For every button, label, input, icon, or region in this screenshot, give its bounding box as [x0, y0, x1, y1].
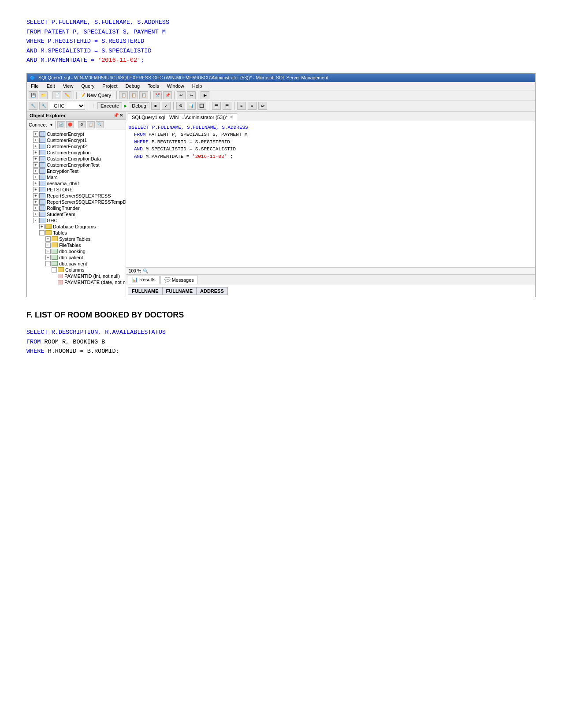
- tree-item-studentteam[interactable]: + StudentTeam: [27, 211, 126, 217]
- tree-item-neshamadb91[interactable]: + neshama_db91: [27, 180, 126, 187]
- toolbar2-btn-10[interactable]: ≡: [237, 102, 246, 110]
- menu-query[interactable]: Query: [80, 83, 96, 89]
- toolbar-btn-9[interactable]: 📌: [163, 91, 172, 99]
- toolbar2-btn-11[interactable]: ≡: [248, 102, 257, 110]
- tree-item-filetables[interactable]: + FileTables: [27, 242, 126, 248]
- oe-btn-4[interactable]: 📋: [87, 121, 95, 128]
- query-editor[interactable]: ⊞SELECT P.FULLNAME, S.FULLNAME, S.ADDRES…: [126, 121, 535, 268]
- oe-btn-1[interactable]: 🔄: [57, 121, 65, 128]
- tree-item-customerencryptiontest[interactable]: + CustomerEncryptionTest: [27, 162, 126, 168]
- tree-item-paymentid[interactable]: PAYMENTID (int, not null): [27, 273, 126, 279]
- oe-close-icon[interactable]: ✕: [119, 113, 123, 118]
- tree-item-reportserver[interactable]: + ReportServer$SQLEXPRESS: [27, 193, 126, 199]
- tree-item-customerencryptiondata[interactable]: + CustomerEncryptionData: [27, 156, 126, 162]
- tree-item-customerencrypt[interactable]: + CustomerEncrypt: [27, 131, 126, 137]
- menu-debug[interactable]: Debug: [124, 83, 141, 89]
- menu-help[interactable]: Help: [191, 83, 204, 89]
- new-query-button[interactable]: 📝 New Query: [76, 92, 114, 99]
- expand-neshamadb91[interactable]: +: [33, 181, 38, 186]
- toolbar-btn-3[interactable]: 📄: [52, 91, 61, 99]
- expand-customerencryptiondata[interactable]: +: [33, 156, 38, 161]
- expand-columns[interactable]: -: [52, 267, 57, 273]
- results-tab-results[interactable]: 📊 Results: [128, 276, 160, 284]
- expand-dbo-payment[interactable]: -: [45, 261, 51, 266]
- oe-pin-icon[interactable]: 📌: [113, 113, 119, 118]
- expand-studentteam[interactable]: +: [33, 212, 38, 217]
- expand-encryptiontest[interactable]: +: [33, 168, 38, 174]
- toolbar2-btn-1[interactable]: 🔧: [29, 102, 37, 110]
- tree-item-customerencryption[interactable]: + CustomerEncryption: [27, 149, 126, 156]
- toolbar-btn-6[interactable]: 📋: [129, 91, 138, 99]
- toolbar-btn-4[interactable]: ✏️: [63, 91, 71, 99]
- tree-item-dbo-patient[interactable]: + dbo.patient: [27, 254, 126, 261]
- toolbar2-btn-8[interactable]: ☰: [212, 102, 221, 110]
- toolbar2-btn-2[interactable]: 🔧: [39, 102, 48, 110]
- expand-petstore[interactable]: +: [33, 187, 38, 192]
- expand-customerencrypt[interactable]: +: [33, 131, 38, 137]
- toolbar-btn-redo[interactable]: ↪: [187, 91, 196, 99]
- menu-file[interactable]: File: [30, 83, 40, 89]
- query-tab-1[interactable]: SQLQuery1.sql - WIN-...\Administrator (5…: [128, 113, 237, 121]
- execute-button[interactable]: Execute: [97, 102, 122, 109]
- menu-view[interactable]: View: [62, 83, 75, 89]
- oe-btn-5[interactable]: 🔍: [96, 121, 104, 128]
- oe-btn-2[interactable]: 🛑: [66, 121, 74, 128]
- tree-item-rollingthunder[interactable]: + RollingThunder: [27, 205, 126, 211]
- expand-customerencrypt2[interactable]: +: [33, 144, 38, 149]
- query-tab-close[interactable]: ✕: [230, 115, 233, 119]
- oe-connect-arrow[interactable]: ▼: [49, 123, 53, 127]
- menu-tools[interactable]: Tools: [146, 83, 160, 89]
- expand-tables[interactable]: -: [39, 230, 45, 235]
- expand-systemtables[interactable]: +: [45, 236, 51, 242]
- expand-reportservertemp[interactable]: +: [33, 199, 38, 205]
- tree-item-encryptiontest[interactable]: + EncryptionTest: [27, 168, 126, 174]
- tree-item-tables[interactable]: - Tables: [27, 230, 126, 236]
- toolbar2-btn-3[interactable]: ■: [151, 102, 160, 110]
- toolbar2-btn-9[interactable]: ☰: [223, 102, 231, 110]
- tree-item-systemtables[interactable]: + System Tables: [27, 236, 126, 242]
- expand-customerencryptiontest[interactable]: +: [33, 162, 38, 168]
- oe-btn-3[interactable]: ⚙: [78, 121, 86, 128]
- expand-reportserver[interactable]: +: [33, 193, 38, 198]
- expand-marc[interactable]: +: [33, 175, 38, 180]
- menu-window[interactable]: Window: [166, 83, 186, 89]
- toolbar-btn-7[interactable]: 📋: [139, 91, 148, 99]
- toolbar2-btn-5[interactable]: ⚙: [176, 102, 185, 110]
- expand-ghc[interactable]: -: [33, 218, 38, 223]
- tree-item-ghc[interactable]: - GHC: [27, 217, 126, 224]
- toolbar2-btn-12[interactable]: Az: [258, 102, 267, 110]
- menu-project[interactable]: Project: [101, 83, 119, 89]
- tree-item-columns[interactable]: - Columns: [27, 267, 126, 273]
- tree-item-customerencrypt1[interactable]: + CustomerEncrypt1: [27, 137, 126, 143]
- expand-dbo-booking[interactable]: +: [45, 249, 51, 254]
- menu-edit[interactable]: Edit: [45, 83, 56, 89]
- tree-item-diagrams[interactable]: + Database Diagrams: [27, 224, 126, 230]
- database-select[interactable]: GHC: [50, 102, 85, 110]
- expand-diagrams[interactable]: +: [39, 224, 45, 229]
- zoom-icon[interactable]: 🔍: [143, 269, 148, 273]
- expand-customerencryption[interactable]: +: [33, 150, 38, 155]
- toolbar-btn-8[interactable]: ✂️: [153, 91, 162, 99]
- tree-item-petstore[interactable]: + PETSTORE: [27, 187, 126, 193]
- toolbar2-btn-4[interactable]: ✓: [162, 102, 171, 110]
- toolbar2-btn-7[interactable]: 🔲: [197, 102, 206, 110]
- toolbar-btn-undo[interactable]: ↩: [177, 91, 186, 99]
- expand-customerencrypt1[interactable]: +: [33, 138, 38, 143]
- tree-item-customerencrypt2[interactable]: + CustomerEncrypt2: [27, 143, 126, 149]
- tree-item-dbo-booking[interactable]: + dbo.booking: [27, 248, 126, 254]
- results-tab-messages[interactable]: 💬 Messages: [160, 276, 198, 284]
- tree-item-reportservertemp[interactable]: + ReportServer$SQLEXPRESSTempDB: [27, 199, 126, 205]
- toolbar-btn-10[interactable]: ▶: [201, 91, 209, 99]
- oe-connect-label[interactable]: Connect: [29, 122, 47, 127]
- toolbar2-btn-6[interactable]: 📊: [187, 102, 196, 110]
- expand-filetables[interactable]: +: [45, 243, 51, 248]
- tree-item-paymentdate[interactable]: PAYMENTDATE (date, not null): [27, 279, 126, 285]
- expand-rollingthunder[interactable]: +: [33, 205, 38, 211]
- toolbar-btn-5[interactable]: 📋: [119, 91, 128, 99]
- debug-button[interactable]: Debug: [129, 102, 149, 109]
- expand-dbo-patient[interactable]: +: [45, 255, 51, 260]
- tree-item-dbo-payment[interactable]: - dbo.payment: [27, 261, 126, 267]
- toolbar-btn-1[interactable]: 💾: [29, 91, 37, 99]
- toolbar-btn-2[interactable]: 📁: [39, 91, 48, 99]
- tree-item-marc[interactable]: + Marc: [27, 174, 126, 180]
